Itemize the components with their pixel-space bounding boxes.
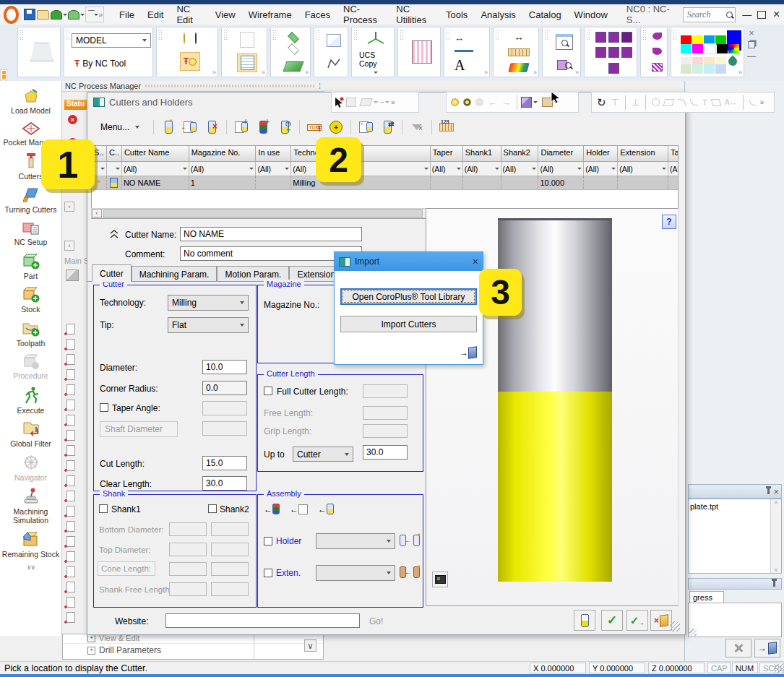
new-cutter-button[interactable]: * bbox=[158, 118, 179, 137]
sidebar-item-toolpath[interactable]: Toolpath bbox=[1, 317, 61, 351]
filter-combo[interactable]: (All) bbox=[189, 162, 257, 176]
extension-select[interactable] bbox=[316, 565, 395, 581]
machine-icon[interactable] bbox=[51, 7, 62, 22]
assembly-import-doc-icon[interactable]: ← bbox=[290, 504, 308, 514]
progress-tab[interactable]: gress bbox=[689, 591, 724, 603]
menu-nc-utilities[interactable]: NC Utilities bbox=[389, 4, 439, 25]
minimize-button[interactable]: — bbox=[740, 7, 755, 22]
ribbon-group-stock[interactable] bbox=[17, 27, 61, 77]
import-exit-button[interactable]: → bbox=[460, 347, 477, 358]
menu-analysis[interactable]: Analysis bbox=[474, 9, 522, 20]
tab-machining-param[interactable]: Machining Param. bbox=[132, 266, 217, 282]
shank1-checkbox[interactable] bbox=[99, 504, 108, 513]
panel-scrollbar[interactable]: ∧ ∨ bbox=[770, 499, 781, 573]
rainbow-surface-icon[interactable] bbox=[508, 63, 529, 72]
hatch-icon[interactable] bbox=[412, 40, 432, 64]
ribbon-float-icon[interactable] bbox=[748, 41, 755, 48]
menu-catalog[interactable]: Catalog bbox=[522, 9, 568, 20]
add-cutter-time-button[interactable]: ◷+ bbox=[274, 118, 296, 137]
save-icon[interactable] bbox=[24, 7, 35, 22]
extension-assign-icon[interactable]: ← bbox=[400, 566, 406, 578]
technology-select[interactable]: Milling bbox=[168, 295, 249, 311]
filter-combo[interactable] bbox=[107, 162, 122, 176]
table-row-selected[interactable]: * NO NAME 1 Milling 10.000 bbox=[92, 176, 678, 190]
machine2-dropdown-icon[interactable] bbox=[80, 14, 85, 16]
import-cutters-button[interactable]: Import Cutters bbox=[340, 316, 477, 332]
pin-icon[interactable] bbox=[767, 488, 770, 494]
clear-filter-button[interactable]: × bbox=[406, 118, 428, 137]
menu-wireframe[interactable]: Wireframe bbox=[242, 9, 298, 20]
pin-icon[interactable] bbox=[773, 581, 775, 587]
extension-new-icon[interactable]: * bbox=[413, 566, 420, 578]
measure-arrow-icon[interactable]: ↔ bbox=[514, 32, 524, 43]
filter-combo[interactable]: (All) bbox=[538, 162, 584, 176]
sidebar-item-part[interactable]: Part bbox=[1, 250, 61, 284]
import-close-icon[interactable]: × bbox=[473, 256, 478, 267]
tree-item-drill-parameters[interactable]: +Drill Parameters bbox=[63, 643, 323, 657]
find-cube-icon[interactable] bbox=[557, 60, 572, 70]
menu-nc-edit[interactable]: NC Edit bbox=[170, 4, 208, 25]
search-icon[interactable] bbox=[726, 12, 733, 18]
view-cube-icon[interactable] bbox=[608, 47, 619, 58]
help-button[interactable]: ? bbox=[662, 215, 676, 229]
sidebar-scroll-down-icon[interactable]: ∨∨ bbox=[27, 564, 35, 571]
col-header[interactable]: Extension bbox=[618, 146, 668, 161]
menu-file[interactable]: File bbox=[113, 9, 141, 20]
dialog-resize-grip[interactable] bbox=[670, 621, 680, 631]
filter-combo[interactable]: (All) bbox=[668, 162, 678, 176]
polyline-icon[interactable] bbox=[327, 58, 341, 69]
scroll-thumb[interactable] bbox=[103, 209, 423, 217]
color-pastel[interactable] bbox=[692, 64, 703, 74]
tip-select[interactable]: Flat bbox=[168, 317, 249, 333]
tdm-button[interactable]: TDMŦ bbox=[303, 118, 325, 137]
up-to-input[interactable] bbox=[363, 445, 408, 460]
color-magenta[interactable] bbox=[692, 44, 703, 53]
holder-new-icon[interactable]: * bbox=[413, 535, 420, 546]
sidebar-item-machining-simulation[interactable]: Machining Simulation bbox=[1, 485, 61, 527]
nc-process-manager-caption[interactable]: NC Process Manager ⁞ bbox=[62, 81, 324, 92]
by-nc-tool-label[interactable]: By NC Tool bbox=[82, 59, 126, 69]
color-cyan[interactable] bbox=[681, 44, 692, 53]
dim-arrow-icon[interactable]: ↔ bbox=[455, 33, 464, 43]
menu-faces[interactable]: Faces bbox=[298, 9, 337, 20]
view-cube-icon[interactable] bbox=[621, 47, 632, 58]
tool-visibility-icon[interactable]: Ŧ bbox=[180, 52, 200, 71]
procedure-tree[interactable] bbox=[62, 322, 87, 625]
assembly-import-color-icon[interactable]: ← bbox=[264, 504, 280, 514]
update-cutter-button[interactable]: ⇄ bbox=[376, 118, 398, 137]
brush-icon[interactable] bbox=[652, 33, 662, 40]
holder-select[interactable] bbox=[316, 533, 395, 549]
col-header[interactable]: Taper bbox=[431, 146, 463, 161]
bulb-dark-icon[interactable] bbox=[195, 33, 197, 43]
machine-dropdown-icon[interactable] bbox=[63, 14, 67, 16]
sidebar-item-load-model[interactable]: Load Model bbox=[1, 85, 61, 118]
scroll-up-icon[interactable]: ∧ bbox=[771, 499, 781, 506]
scroll-left-icon[interactable]: ‹ bbox=[64, 241, 74, 251]
scroll-left-icon[interactable]: ‹ bbox=[64, 202, 74, 212]
menu-window[interactable]: Window bbox=[568, 9, 614, 20]
filter-combo[interactable]: (All) bbox=[463, 162, 501, 176]
resize-grip[interactable] bbox=[689, 629, 697, 636]
ribbon-close-icon[interactable]: × bbox=[749, 27, 754, 38]
delete-cutter-button[interactable]: × bbox=[201, 118, 223, 137]
window-resize-grip[interactable] bbox=[774, 664, 783, 673]
filter-combo[interactable]: (All) bbox=[501, 162, 539, 176]
menu-nc-process[interactable]: NC-Process bbox=[337, 4, 389, 25]
full-cutter-length-checkbox[interactable] bbox=[264, 387, 272, 395]
filter-combo[interactable]: (All) bbox=[584, 162, 618, 176]
col-header[interactable]: Shank2 bbox=[501, 146, 539, 161]
sidebar-item-global-filter[interactable]: Global Filter bbox=[1, 418, 61, 452]
col-header[interactable]: Holder bbox=[584, 146, 618, 161]
holder-checkbox[interactable] bbox=[264, 537, 272, 546]
scroll-down-icon[interactable]: ∨ bbox=[771, 566, 781, 573]
machine2-icon[interactable] bbox=[68, 7, 79, 22]
ribbon-minimize-icon[interactable]: — bbox=[747, 51, 756, 61]
brush2-icon[interactable] bbox=[652, 48, 662, 55]
eyedropper-icon[interactable] bbox=[727, 56, 739, 68]
menu-tools[interactable]: Tools bbox=[439, 9, 474, 20]
col-header[interactable]: Ta bbox=[668, 146, 678, 161]
color-pastel[interactable] bbox=[681, 64, 692, 74]
bulb-half-icon[interactable] bbox=[463, 98, 471, 106]
filter-combo[interactable]: (All) bbox=[431, 162, 463, 176]
sidebar-item-execute[interactable]: Execute bbox=[1, 384, 61, 418]
